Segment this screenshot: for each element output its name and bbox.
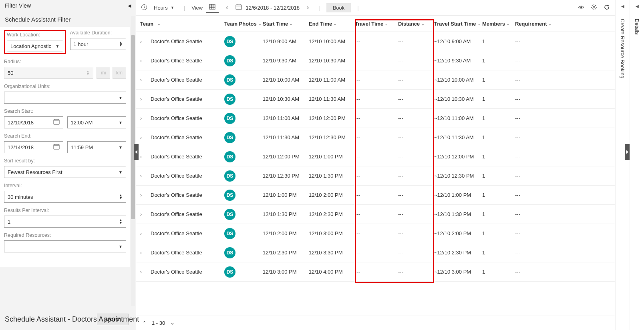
eye-icon[interactable] xyxy=(578,4,584,12)
details-tab[interactable]: Details xyxy=(634,16,640,35)
next-button[interactable]: › xyxy=(304,2,312,13)
cell-end: 12/10 2:00 PM xyxy=(309,192,355,198)
expand-down-icon[interactable]: ⌄ xyxy=(171,320,174,326)
svg-line-27 xyxy=(596,5,596,6)
date-range[interactable]: 12/6/2018 - 12/12/2018 xyxy=(246,5,300,11)
col-travel-time[interactable]: Travel Time⌄ xyxy=(355,21,398,27)
expand-icon[interactable]: › xyxy=(140,39,147,44)
cell-start: 12/10 11:30 AM xyxy=(263,134,309,140)
table-row[interactable]: ›Doctor's Office Seattle DS 12/10 11:00 … xyxy=(136,109,615,128)
filter-scrollbar[interactable] xyxy=(131,16,135,306)
expand-icon[interactable]: › xyxy=(140,173,147,179)
expand-icon[interactable]: › xyxy=(140,231,147,236)
required-resources-dropdown[interactable]: ▼ xyxy=(4,240,126,252)
col-members[interactable]: Members⌄ xyxy=(482,21,515,27)
spinner-icon[interactable]: ▲▼ xyxy=(119,219,123,224)
cell-distance: --- xyxy=(398,154,434,160)
calendar-icon[interactable] xyxy=(53,144,60,151)
book-button[interactable]: Book xyxy=(326,3,351,12)
expand-icon[interactable]: › xyxy=(140,212,147,217)
grid-view-button[interactable] xyxy=(206,2,219,13)
expand-icon[interactable]: › xyxy=(140,192,147,198)
cell-travel: --- xyxy=(355,38,398,44)
avatar: DS xyxy=(224,113,235,124)
caret-left-icon[interactable]: ◀ xyxy=(636,4,639,8)
collapse-right-tab[interactable] xyxy=(625,144,630,160)
expand-icon[interactable]: › xyxy=(140,269,147,275)
table-row[interactable]: ›Doctor's Office Seattle DS 12/10 11:30 … xyxy=(136,128,615,147)
required-resources-label: Required Resources: xyxy=(4,232,126,238)
chevron-down-icon: ⌄ xyxy=(334,22,337,26)
available-duration-input[interactable]: 1 hour ▲▼ xyxy=(70,38,127,50)
collapse-left-icon[interactable]: ◀ xyxy=(128,3,131,8)
caret-left-icon[interactable]: ◀ xyxy=(621,4,624,8)
cell-members: 1 xyxy=(482,192,515,198)
interval-input[interactable]: 30 minutes ▲▼ xyxy=(4,191,126,203)
table-row[interactable]: ›Doctor's Office Seattle DS 12/10 9:30 A… xyxy=(136,51,615,70)
refresh-icon[interactable] xyxy=(604,4,610,12)
collapse-up-icon[interactable]: ⌃ xyxy=(143,320,146,326)
prev-button[interactable]: ‹ xyxy=(223,2,231,13)
cell-travel: --- xyxy=(355,58,398,64)
col-end-time[interactable]: End Time⌄ xyxy=(309,21,355,27)
expand-icon[interactable]: › xyxy=(140,154,147,160)
work-location-label: Work Location: xyxy=(7,32,63,38)
org-units-label: Organizational Units: xyxy=(4,84,126,89)
grid-body[interactable]: ›Doctor's Office Seattle DS 12/10 9:00 A… xyxy=(136,32,615,316)
col-team[interactable]: Team⌄ xyxy=(140,21,224,27)
spinner-icon[interactable]: ▲▼ xyxy=(119,41,123,47)
col-distance[interactable]: Distance⌄ xyxy=(398,21,434,27)
calendar-icon[interactable] xyxy=(53,119,60,126)
table-row[interactable]: ›Doctor's Office Seattle DS 12/10 3:00 P… xyxy=(136,262,615,282)
col-travel-start[interactable]: Travel Start Time⌄ xyxy=(434,21,482,27)
unit-km-button: km xyxy=(113,67,126,79)
work-location-dropdown[interactable]: Location Agnostic ▼ xyxy=(7,40,63,52)
search-start-date[interactable]: 12/10/2018 xyxy=(4,116,63,128)
create-resource-booking-tab[interactable]: Create Resource Booking xyxy=(620,16,626,78)
col-requirement[interactable]: Requirement⌄ xyxy=(515,21,559,27)
clock-icon xyxy=(141,4,147,12)
expand-icon[interactable]: › xyxy=(140,135,147,140)
search-end-time[interactable]: 11:59 PM ▼ xyxy=(67,141,127,153)
spinner-icon[interactable]: ▲▼ xyxy=(119,194,123,200)
available-duration-value: 1 hour xyxy=(74,41,89,47)
search-end-date[interactable]: 12/14/2018 xyxy=(4,141,63,153)
cell-members: 1 xyxy=(482,77,515,83)
chevron-down-icon: ⌄ xyxy=(478,22,481,26)
cell-end: 12/10 11:00 AM xyxy=(309,77,355,83)
expand-icon[interactable]: › xyxy=(140,58,147,64)
table-row[interactable]: ›Doctor's Office Seattle DS 12/10 1:30 P… xyxy=(136,205,615,224)
col-start-time[interactable]: Start Time⌄ xyxy=(263,21,309,27)
table-row[interactable]: ›Doctor's Office Seattle DS 12/10 10:30 … xyxy=(136,90,615,109)
table-row[interactable]: ›Doctor's Office Seattle DS 12/10 1:00 P… xyxy=(136,186,615,205)
table-row[interactable]: ›Doctor's Office Seattle DS 12/10 12:00 … xyxy=(136,147,615,166)
cell-distance: --- xyxy=(398,58,434,64)
org-units-dropdown[interactable]: ▼ xyxy=(4,92,126,104)
collapse-filter-tab[interactable] xyxy=(134,144,139,160)
avatar: DS xyxy=(224,266,235,278)
cell-requirement: --- xyxy=(515,96,559,102)
table-row[interactable]: ›Doctor's Office Seattle DS 12/10 9:00 A… xyxy=(136,32,615,51)
expand-icon[interactable]: › xyxy=(140,77,147,83)
team-name: Doctor's Office Seattle xyxy=(151,58,202,64)
table-row[interactable]: ›Doctor's Office Seattle DS 12/10 2:00 P… xyxy=(136,224,615,243)
main-content: Hours ▼ | View ‹ 12/6/2018 - 12/12/2018 … xyxy=(136,0,615,330)
gear-icon[interactable] xyxy=(591,4,597,12)
calendar-icon[interactable] xyxy=(235,4,242,12)
expand-icon[interactable]: › xyxy=(140,250,147,256)
cell-end: 12/10 1:30 PM xyxy=(309,173,355,179)
chevron-down-icon: ⌄ xyxy=(507,22,510,26)
table-row[interactable]: ›Doctor's Office Seattle DS 12/10 2:30 P… xyxy=(136,243,615,262)
filter-panel-header[interactable]: Filter View ◀ xyxy=(0,0,136,11)
cell-distance: --- xyxy=(398,173,434,179)
col-team-photos[interactable]: Team Photos⌄ xyxy=(224,21,263,27)
table-row[interactable]: ›Doctor's Office Seattle DS 12/10 10:00 … xyxy=(136,70,615,90)
table-row[interactable]: ›Doctor's Office Seattle DS 12/10 12:30 … xyxy=(136,166,615,186)
hours-dropdown[interactable]: Hours ▼ xyxy=(151,3,177,12)
expand-icon[interactable]: › xyxy=(140,96,147,102)
results-per-interval-input[interactable]: 1 ▲▼ xyxy=(4,216,126,228)
sort-by-dropdown[interactable]: Fewest Resources First ▼ xyxy=(4,166,126,178)
chevron-down-icon: ⌄ xyxy=(385,22,388,26)
search-start-time[interactable]: 12:00 AM ▼ xyxy=(67,116,127,128)
expand-icon[interactable]: › xyxy=(140,116,147,121)
